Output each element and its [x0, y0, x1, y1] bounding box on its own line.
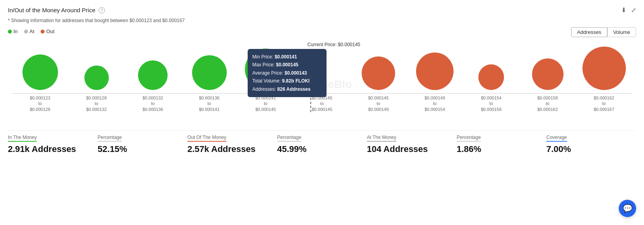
stat-at-pct-value: 1.86% [457, 144, 547, 154]
axis-line [125, 93, 181, 94]
axis-line [463, 93, 519, 94]
tooltip-vol-value: 9.82b FLOKI [282, 78, 310, 84]
stat-in-pct-label: Percentage [98, 135, 188, 142]
bubble-col-1: $0.000128to$0.000132 [68, 66, 125, 112]
bubble-8[interactable] [478, 64, 504, 90]
stat-out-label: Out Of The Money [187, 135, 277, 142]
x-label-10: $0.000162to$0.000167 [594, 95, 614, 112]
tooltip-max-value: $0.000145 [276, 62, 299, 68]
bubble-col-9: $0.000158to$0.000162 [519, 58, 576, 112]
stat-out-percentage-block: Percentage 45.99% [277, 135, 367, 154]
tooltip-avg: Average Price: $0.000143 [252, 69, 322, 77]
x-label-2: $0.000132to$0.000136 [143, 95, 163, 112]
toggle-addresses[interactable]: Addresses [571, 27, 607, 37]
x-label-3: $0.000136to$0.000141 [199, 95, 220, 112]
tooltip-min-value: $0.000141 [274, 54, 297, 60]
bubble-col-6: $0.000145to$0.000149 [350, 56, 407, 112]
x-label-5: $0.000145to$0.000145 [312, 95, 332, 112]
axis-line [407, 93, 463, 94]
stat-at-percentage-block: Percentage 1.86% [457, 135, 547, 154]
stat-at-value: 104 Addresses [367, 144, 457, 154]
bubble-col-2: $0.000132to$0.000136 [125, 60, 181, 112]
bubble-10[interactable] [582, 47, 626, 90]
bubble-col-7: $0.000149to$0.000154 [407, 52, 463, 112]
stat-at-the-money: At The Money 104 Addresses [367, 135, 457, 154]
stat-at-pct-label: Percentage [457, 135, 547, 142]
header-actions: ⬇ ⤢ [621, 6, 636, 14]
help-icon[interactable]: ? [99, 7, 105, 13]
tooltip: Min Price: $0.000141 Max Price: $0.00014… [248, 49, 327, 97]
legend-at: At [24, 28, 34, 34]
expand-button[interactable]: ⤢ [631, 6, 636, 14]
bubble-6[interactable] [362, 56, 395, 90]
bubble-1[interactable] [84, 66, 109, 90]
axis-line [181, 93, 237, 94]
stat-out-the-money: Out Of The Money 2.57k Addresses [187, 135, 277, 154]
stat-coverage: Coverage 7.00% [546, 135, 636, 154]
bubble-9[interactable] [532, 58, 564, 90]
tooltip-max: Max Price: $0.000145 [252, 61, 322, 69]
bubble-3[interactable] [192, 55, 227, 90]
stat-in-label: In The Money [8, 135, 98, 142]
bubble-7[interactable] [416, 52, 454, 90]
toggle-volume[interactable]: Volume [607, 27, 636, 37]
stat-out-value: 2.57k Addresses [187, 144, 277, 154]
tooltip-avg-value: $0.000143 [285, 70, 307, 76]
bubble-col-10: $0.000162to$0.000167 [576, 47, 632, 112]
stat-coverage-label: Coverage [546, 135, 636, 142]
legend-in-label: In [13, 28, 18, 34]
tooltip-addr: Addresses: 826 Addresses [252, 85, 322, 93]
legend-at-dot [24, 30, 28, 34]
bubble-col-8: $0.000154to$0.000158 [463, 64, 519, 112]
x-label-9: $0.000158to$0.000162 [538, 95, 558, 112]
chart-header: In/Out of the Money Around Price ? ⬇ ⤢ [8, 6, 636, 14]
current-price-label: Current Price: $0.000145 [307, 42, 360, 47]
stat-in-pct-value: 52.15% [98, 144, 188, 154]
bubble-col-0: $0.000123to$0.000128 [12, 54, 68, 112]
stat-out-pct-value: 45.99% [277, 144, 367, 154]
stat-in-percentage-block: Percentage 52.15% [98, 135, 188, 154]
stat-in-value: 2.91k Addresses [8, 144, 98, 154]
stat-out-pct-label: Percentage [277, 135, 367, 142]
axis-line [12, 93, 68, 94]
stat-at-label: At The Money [367, 135, 457, 142]
x-label-1: $0.000128to$0.000132 [86, 95, 107, 112]
bubble-0[interactable] [22, 54, 58, 90]
stat-in-the-money: In The Money 2.91k Addresses [8, 135, 98, 154]
legend-out-label: Out [46, 28, 54, 34]
x-label-8: $0.000154to$0.000158 [481, 95, 502, 112]
legend-in-dot [8, 30, 12, 34]
tooltip-addr-value: 826 Addresses [277, 86, 310, 92]
x-label-6: $0.000145to$0.000149 [368, 95, 389, 112]
x-label-7: $0.000149to$0.000154 [425, 95, 445, 112]
tooltip-vol: Total Volume: 9.82b FLOKI [252, 77, 322, 85]
bubble-2[interactable] [138, 60, 168, 90]
stat-coverage-value: 7.00% [546, 144, 636, 154]
chat-button[interactable]: 💬 [619, 200, 636, 217]
chart-subtitle: * Showing information for addresses that… [8, 18, 636, 23]
chart-area: InToTheBlo Current Price: $0.000145 $0.0… [12, 41, 632, 128]
legend: In At Out [8, 28, 54, 34]
legend-in: In [8, 28, 18, 34]
x-label-4: $0.000141to$0.000145 [256, 95, 276, 112]
axis-line [519, 93, 576, 94]
bubble-col-3: $0.000136to$0.000141 [181, 55, 237, 112]
stats-row: In The Money 2.91k Addresses Percentage … [8, 130, 636, 154]
tooltip-min: Min Price: $0.000141 [252, 53, 322, 61]
axis-line [576, 93, 632, 94]
download-button[interactable]: ⬇ [621, 6, 626, 14]
legend-out: Out [41, 28, 54, 34]
axis-line [350, 93, 407, 94]
header-left: In/Out of the Money Around Price ? [8, 7, 105, 13]
view-toggle: Addresses Volume [571, 27, 636, 37]
legend-at-label: At [30, 28, 34, 34]
x-label-0: $0.000123to$0.000128 [30, 95, 50, 112]
axis-line [68, 93, 125, 94]
chart-title: In/Out of the Money Around Price [8, 7, 95, 13]
legend-out-dot [41, 30, 45, 34]
